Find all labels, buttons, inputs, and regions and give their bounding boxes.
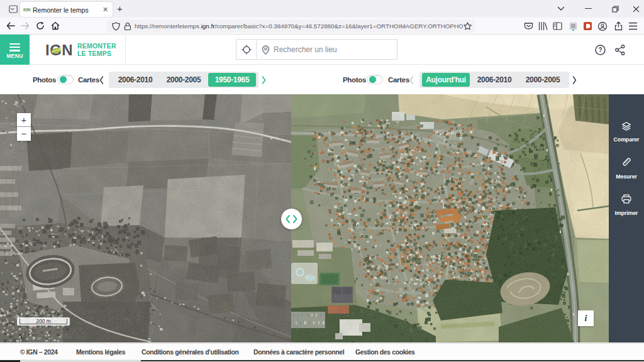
svg-text:?: ? [598, 47, 602, 53]
